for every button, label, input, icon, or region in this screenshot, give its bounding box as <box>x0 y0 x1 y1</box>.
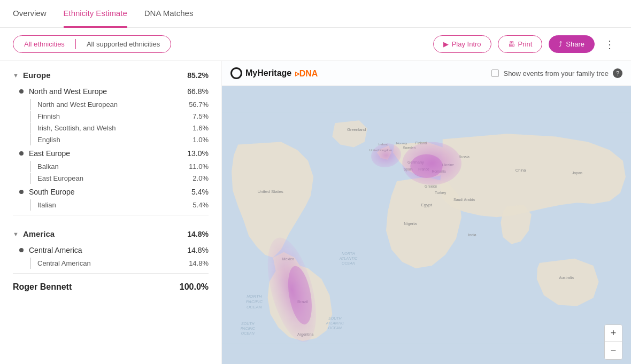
sub-label: East European <box>37 174 193 182</box>
print-button[interactable]: 🖶 Print <box>498 35 543 53</box>
logo-circle-icon <box>230 67 242 79</box>
print-icon: 🖶 <box>508 40 515 48</box>
sub-rows-central-america: Central American 14.8% <box>13 258 209 269</box>
sub-label: Finnish <box>37 112 193 120</box>
sub-label: North and West European <box>37 100 189 109</box>
svg-text:United States: United States <box>257 189 283 194</box>
svg-text:PACIFIC: PACIFIC <box>241 327 256 330</box>
nav-bar: Overview Ethnicity Estimate DNA Matches <box>0 0 631 28</box>
share-icon: ⤴ <box>559 40 563 48</box>
play-icon: ▶ <box>443 40 449 48</box>
svg-text:Norway: Norway <box>396 142 407 145</box>
group-south-europe: South Europe 5.4% <box>13 184 209 199</box>
toolbar: All ethnicities All supported ethnicitie… <box>0 28 631 61</box>
sub-pct: 1.0% <box>193 136 209 144</box>
sub-pct: 5.4% <box>193 201 209 209</box>
svg-text:OCEAN: OCEAN <box>342 261 356 265</box>
group-dot <box>19 248 24 252</box>
group-north-west-europe-label: North and West Europe <box>29 87 187 96</box>
sidebar: ▼ Europe 85.2% North and West Europe 66.… <box>0 61 222 364</box>
group-east-europe: East Europe 13.0% <box>13 146 209 161</box>
svg-text:SOUTH: SOUTH <box>241 322 255 326</box>
myheritage-logo: MyHeritage ▹DNA <box>230 67 318 79</box>
list-item: English 1.0% <box>30 134 209 145</box>
play-intro-button[interactable]: ▶ Play Intro <box>433 35 491 53</box>
list-item: North and West European 56.7% <box>30 99 209 110</box>
section-america[interactable]: ▼ America 14.8% <box>13 220 209 243</box>
list-item: Finnish 7.5% <box>30 111 209 122</box>
svg-text:Egypt: Egypt <box>421 203 432 207</box>
svg-text:NORTH: NORTH <box>342 252 356 255</box>
map-header-controls: Show events from your family tree ? <box>491 68 622 78</box>
section-europe[interactable]: ▼ Europe 85.2% <box>13 61 209 84</box>
zoom-out-button[interactable]: − <box>605 342 622 359</box>
filter-group: All ethnicities All supported ethnicitie… <box>13 35 171 53</box>
sub-pct: 56.7% <box>189 100 209 109</box>
svg-text:OCEAN: OCEAN <box>328 326 342 330</box>
chevron-icon: ▼ <box>13 72 19 79</box>
tab-overview[interactable]: Overview <box>13 0 47 28</box>
list-item: Balkan 11.0% <box>30 161 209 172</box>
group-central-america-label: Central America <box>29 246 187 254</box>
sub-pct: 1.6% <box>193 124 209 132</box>
sub-label: English <box>37 136 193 144</box>
map-area: MyHeritage ▹DNA Show events from your fa… <box>222 61 631 364</box>
sub-label: Balkan <box>37 162 189 171</box>
sub-pct: 2.0% <box>193 174 209 182</box>
section-divider <box>13 215 209 215</box>
filter-all-ethnicities[interactable]: All ethnicities <box>13 36 75 52</box>
logo-text: MyHeritage <box>245 68 291 78</box>
sub-pct: 14.8% <box>189 259 209 267</box>
svg-text:Greenland: Greenland <box>347 127 366 132</box>
svg-text:OCEAN: OCEAN <box>247 305 262 309</box>
show-events-label: Show events from your family tree <box>503 69 609 78</box>
sub-label: Irish, Scottish, and Welsh <box>37 124 193 132</box>
zoom-in-button[interactable]: + <box>605 325 622 342</box>
group-central-america: Central America 14.8% <box>13 243 209 258</box>
total-row: Roger Bennett 100.0% <box>13 273 209 300</box>
total-name: Roger Bennett <box>13 282 180 292</box>
section-america-pct: 14.8% <box>187 230 209 238</box>
total-pct: 100.0% <box>180 282 209 292</box>
svg-text:SOUTH: SOUTH <box>328 316 342 320</box>
svg-text:Greece: Greece <box>425 184 437 188</box>
info-icon[interactable]: ? <box>613 68 622 78</box>
list-item: Central American 14.8% <box>30 258 209 269</box>
list-item: Italian 5.4% <box>30 199 209 211</box>
sub-label: Italian <box>37 201 193 209</box>
svg-text:ATLANTIC: ATLANTIC <box>326 321 344 325</box>
svg-text:NORTH: NORTH <box>247 294 262 299</box>
group-north-west-europe: North and West Europe 66.8% <box>13 84 209 99</box>
svg-text:Japan: Japan <box>572 171 582 175</box>
sub-label: Central American <box>37 259 189 267</box>
svg-text:Australia: Australia <box>559 276 574 280</box>
sub-rows-north-west: North and West European 56.7% Finnish 7.… <box>13 99 209 145</box>
group-dot <box>19 190 24 194</box>
sub-pct: 7.5% <box>193 112 209 120</box>
section-america-label: America <box>23 229 55 238</box>
group-east-europe-label: East Europe <box>29 149 187 158</box>
list-item: Irish, Scottish, and Welsh 1.6% <box>30 122 209 134</box>
svg-text:Turkey: Turkey <box>435 191 447 195</box>
chevron-icon: ▼ <box>13 231 19 237</box>
group-central-america-pct: 14.8% <box>187 246 209 254</box>
section-europe-label: Europe <box>23 71 51 80</box>
svg-text:Nigeria: Nigeria <box>404 221 417 226</box>
share-button[interactable]: ⤴ Share <box>549 35 595 53</box>
filter-supported-ethnicities[interactable]: All supported ethnicities <box>76 36 171 52</box>
svg-text:PACIFIC: PACIFIC <box>246 299 263 304</box>
sub-rows-south: Italian 5.4% <box>13 199 209 211</box>
svg-point-39 <box>410 154 442 178</box>
world-map: NORTH PACIFIC OCEAN NORTH ATLANTIC OCEAN… <box>222 88 631 364</box>
svg-text:Saudi Arabia: Saudi Arabia <box>453 198 475 202</box>
svg-text:India: India <box>468 233 476 237</box>
svg-text:ATLANTIC: ATLANTIC <box>339 257 358 260</box>
more-options-button[interactable]: ⋮ <box>601 36 618 53</box>
group-dot <box>19 89 24 94</box>
svg-text:OCEAN: OCEAN <box>241 331 255 335</box>
tab-dna-matches[interactable]: DNA Matches <box>144 0 194 28</box>
sub-pct: 11.0% <box>189 162 209 171</box>
zoom-controls: + − <box>604 324 622 360</box>
tab-ethnicity-estimate[interactable]: Ethnicity Estimate <box>64 0 127 28</box>
show-events-checkbox[interactable] <box>491 69 499 77</box>
